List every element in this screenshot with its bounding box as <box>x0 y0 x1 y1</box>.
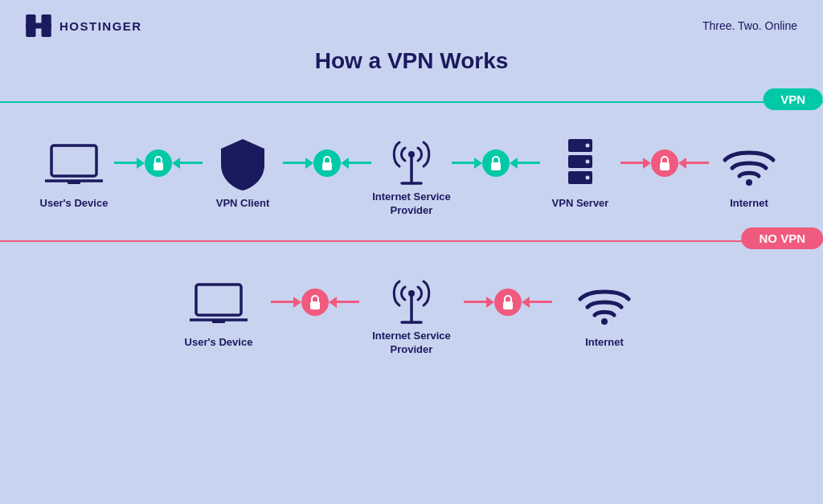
no-vpn-item-isp-label: Internet ServiceProvider <box>372 330 451 357</box>
svg-rect-30 <box>212 320 225 323</box>
vpn-item-shield: VPN Client <box>203 137 283 211</box>
vpn-icons-row: User's Device VPN Client <box>0 131 823 218</box>
svg-rect-32 <box>310 301 320 309</box>
connector-2 <box>283 150 371 177</box>
antenna-icon <box>387 132 436 185</box>
no-vpn-item-isp: Internet ServiceProvider <box>359 270 464 357</box>
vpn-item-internet: Internet <box>709 137 789 211</box>
vpn-item-isp-label: Internet ServiceProvider <box>372 191 451 218</box>
vpn-item-server: VPN Server <box>540 137 620 211</box>
no-vpn-antenna-icon <box>387 271 436 324</box>
connector-1 <box>114 150 203 177</box>
svg-rect-7 <box>154 162 163 170</box>
svg-rect-16 <box>491 162 501 170</box>
no-vpn-item-laptop: User's Device <box>166 277 271 350</box>
server-icon <box>562 137 599 192</box>
svg-point-27 <box>746 179 752 186</box>
logo: HOSTINGER <box>26 14 142 37</box>
svg-marker-11 <box>341 158 349 169</box>
no-vpn-wifi-icon <box>575 281 633 326</box>
svg-rect-10 <box>322 162 332 170</box>
svg-marker-17 <box>510 158 518 169</box>
svg-rect-5 <box>68 181 80 184</box>
svg-point-22 <box>586 160 590 164</box>
shield-icon <box>219 137 266 192</box>
tagline: Three. Two. Online <box>702 19 797 32</box>
svg-rect-28 <box>196 285 241 315</box>
svg-point-21 <box>586 144 590 148</box>
svg-marker-15 <box>474 158 482 169</box>
no-vpn-laptop-icon <box>190 281 248 326</box>
svg-marker-37 <box>486 297 494 308</box>
svg-point-23 <box>586 176 590 180</box>
vpn-item-server-label: VPN Server <box>552 197 609 211</box>
svg-marker-31 <box>293 297 301 308</box>
no-vpn-item-internet-label: Internet <box>585 336 624 350</box>
svg-marker-9 <box>305 158 313 169</box>
no-vpn-item-internet: Internet <box>552 277 657 350</box>
connector-3 <box>452 150 540 177</box>
svg-rect-3 <box>51 145 96 176</box>
svg-marker-26 <box>678 158 686 169</box>
vpn-item-laptop-label: User's Device <box>40 197 109 211</box>
no-vpn-connector-1 <box>271 289 359 316</box>
no-vpn-item-laptop-label: User's Device <box>185 336 253 350</box>
svg-marker-39 <box>522 297 530 308</box>
no-vpn-badge: NO VPN <box>741 227 823 249</box>
svg-marker-6 <box>137 158 145 169</box>
svg-marker-8 <box>172 158 180 169</box>
vpn-divider-line <box>0 101 823 103</box>
svg-point-40 <box>601 318 608 325</box>
no-vpn-icons-row: User's Device <box>0 270 823 357</box>
svg-rect-25 <box>660 162 669 170</box>
svg-marker-33 <box>329 297 337 308</box>
main-title: How a VPN Works <box>0 48 823 74</box>
laptop-icon <box>45 142 103 187</box>
vpn-item-shield-label: VPN Client <box>216 197 269 211</box>
connector-4 <box>620 150 709 177</box>
vpn-item-isp: Internet ServiceProvider <box>371 131 452 218</box>
svg-rect-2 <box>26 23 51 29</box>
hostinger-logo-icon <box>26 14 51 37</box>
svg-rect-38 <box>503 301 513 309</box>
vpn-item-laptop: User's Device <box>34 137 114 211</box>
header: HOSTINGER Three. Two. Online <box>0 0 823 45</box>
no-vpn-divider-line <box>0 240 823 242</box>
vpn-item-internet-label: Internet <box>730 197 768 211</box>
vpn-badge: VPN <box>763 88 823 110</box>
logo-text: HOSTINGER <box>59 19 142 33</box>
svg-marker-24 <box>643 158 651 169</box>
no-vpn-connector-2 <box>464 289 552 316</box>
wifi-icon <box>720 142 778 187</box>
no-vpn-section: NO VPN User's Device <box>0 226 823 357</box>
vpn-section: VPN User's Device <box>0 87 823 218</box>
